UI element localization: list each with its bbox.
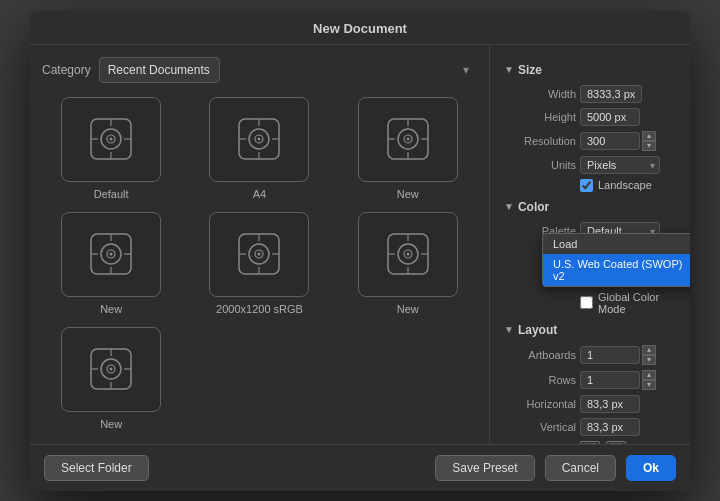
dialog-title: New Document — [30, 11, 690, 45]
vertical-value[interactable]: 83,3 px — [580, 418, 640, 436]
layout-section-header: ▼ Layout — [504, 323, 676, 337]
template-item[interactable]: 2000x1200 sRGB — [190, 212, 328, 317]
resolution-up-button[interactable]: ▴ — [642, 131, 656, 141]
template-item[interactable]: Default — [42, 97, 180, 202]
rows-spinner: 1 ▴ ▾ — [580, 370, 656, 390]
width-value[interactable]: 8333,3 px — [580, 85, 642, 103]
category-row: Category Recent Documents — [42, 57, 477, 83]
horizontal-value[interactable]: 83,3 px — [580, 395, 640, 413]
global-color-checkbox[interactable] — [580, 296, 593, 309]
vertical-row: Vertical 83,3 px — [504, 418, 676, 436]
template-item[interactable]: New — [339, 97, 477, 202]
layout-icons — [580, 441, 676, 444]
artboards-value[interactable]: 1 — [580, 346, 640, 364]
template-thumb — [61, 97, 161, 182]
resolution-label: Resolution — [504, 135, 576, 147]
select-folder-button[interactable]: Select Folder — [44, 455, 149, 481]
color-section-header: ▼ Color — [504, 200, 676, 214]
category-select[interactable]: Recent Documents — [99, 57, 220, 83]
svg-point-27 — [110, 253, 113, 256]
landscape-label: Landscape — [598, 179, 652, 191]
layout-columns-icon[interactable] — [606, 441, 626, 444]
category-label: Category — [42, 63, 91, 77]
category-select-wrapper: Recent Documents — [99, 57, 477, 83]
svg-point-35 — [258, 253, 261, 256]
template-item[interactable]: New — [42, 327, 180, 432]
height-row: Height 5000 px — [504, 108, 676, 126]
template-thumb — [61, 212, 161, 297]
templates-grid: Default — [42, 97, 477, 432]
template-thumb — [209, 212, 309, 297]
template-item[interactable]: New — [42, 212, 180, 317]
height-value[interactable]: 5000 px — [580, 108, 640, 126]
template-item[interactable]: A4 — [190, 97, 328, 202]
template-name: New — [100, 303, 122, 315]
template-thumb — [209, 97, 309, 182]
landscape-row: Landscape — [580, 179, 676, 192]
svg-point-3 — [110, 138, 113, 141]
size-section-header: ▼ Size — [504, 63, 676, 77]
size-label: Size — [518, 63, 542, 77]
new-document-dialog: New Document Category Recent Documents — [30, 11, 690, 491]
svg-point-43 — [406, 253, 409, 256]
artboards-label: Artboards — [504, 349, 576, 361]
layout-label: Layout — [518, 323, 557, 337]
resolution-spinner: 300 ▴ ▾ — [580, 131, 656, 151]
template-name: New — [100, 418, 122, 430]
layout-grid-icon[interactable] — [580, 441, 600, 444]
landscape-checkbox[interactable] — [580, 179, 593, 192]
artboards-down-button[interactable]: ▾ — [642, 355, 656, 365]
vertical-label: Vertical — [504, 421, 576, 433]
units-label: Units — [504, 159, 576, 171]
dialog-content: Category Recent Documents — [30, 45, 690, 444]
resolution-spinner-buttons: ▴ ▾ — [642, 131, 656, 151]
svg-point-19 — [406, 138, 409, 141]
left-panel: Category Recent Documents — [30, 45, 490, 444]
ok-button[interactable]: Ok — [626, 455, 676, 481]
bottom-bar: Select Folder Save Preset Cancel Ok — [30, 444, 690, 491]
svg-point-51 — [110, 368, 113, 371]
rows-up-button[interactable]: ▴ — [642, 370, 656, 380]
template-name: Default — [94, 188, 129, 200]
horizontal-row: Horizontal 83,3 px — [504, 395, 676, 413]
template-name: New — [397, 303, 419, 315]
save-preset-button[interactable]: Save Preset — [435, 455, 534, 481]
template-name: New — [397, 188, 419, 200]
width-row: Width 8333,3 px — [504, 85, 676, 103]
palette-dropdown: Load U.S. Web Coated (SWOP) v2 — [542, 233, 690, 287]
rows-row: Rows 1 ▴ ▾ — [504, 370, 676, 390]
template-thumb — [358, 97, 458, 182]
triangle-icon: ▼ — [504, 201, 514, 212]
artboards-up-button[interactable]: ▴ — [642, 345, 656, 355]
template-thumb — [61, 327, 161, 412]
dropdown-item-us-web[interactable]: U.S. Web Coated (SWOP) v2 — [543, 254, 690, 286]
rows-label: Rows — [504, 374, 576, 386]
resolution-down-button[interactable]: ▾ — [642, 141, 656, 151]
svg-point-11 — [258, 138, 261, 141]
units-row: Units Pixels — [504, 156, 676, 174]
global-color-row: Global Color Mode — [580, 291, 676, 315]
width-label: Width — [504, 88, 576, 100]
rows-spinner-buttons: ▴ ▾ — [642, 370, 656, 390]
template-name: 2000x1200 sRGB — [216, 303, 303, 315]
right-panel: ▼ Size Width 8333,3 px Height 5000 px Re… — [490, 45, 690, 444]
units-select[interactable]: Pixels — [580, 156, 660, 174]
template-item[interactable]: New — [339, 212, 477, 317]
artboards-spinner-buttons: ▴ ▾ — [642, 345, 656, 365]
artboards-spinner: 1 ▴ ▾ — [580, 345, 656, 365]
resolution-value[interactable]: 300 — [580, 132, 640, 150]
template-thumb — [358, 212, 458, 297]
rows-value[interactable]: 1 — [580, 371, 640, 389]
rows-down-button[interactable]: ▾ — [642, 380, 656, 390]
units-select-wrapper: Pixels — [580, 156, 660, 174]
color-label: Color — [518, 200, 549, 214]
height-label: Height — [504, 111, 576, 123]
triangle-icon: ▼ — [504, 64, 514, 75]
horizontal-label: Horizontal — [504, 398, 576, 410]
cancel-button[interactable]: Cancel — [545, 455, 616, 481]
bottom-center-buttons: Save Preset Cancel Ok — [435, 455, 676, 481]
dropdown-item-load[interactable]: Load — [543, 234, 690, 254]
resolution-row: Resolution 300 ▴ ▾ — [504, 131, 676, 151]
artboards-row: Artboards 1 ▴ ▾ — [504, 345, 676, 365]
triangle-icon: ▼ — [504, 324, 514, 335]
